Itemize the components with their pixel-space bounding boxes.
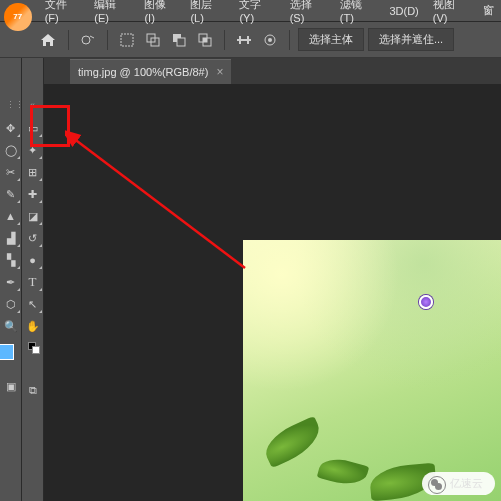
select-subject-button[interactable]: 选择主体 <box>298 28 364 51</box>
quickmask-tool[interactable]: ▣ <box>1 376 21 396</box>
svg-point-0 <box>82 36 90 44</box>
toolbox-col-1: ⋮⋮ ✥ ◯ ✂ ✎ ▲ ▟ ▚ ✒ ⬡ 🔍 ▣ <box>0 58 22 501</box>
hand-tool[interactable]: ✋ <box>23 316 43 336</box>
eraser-tool[interactable]: ◪ <box>23 206 43 226</box>
healing-tool[interactable]: ✚ <box>23 184 43 204</box>
canvas-area: timg.jpg @ 100%(RGB/8#) × 春 <box>44 58 501 501</box>
stamp-tool[interactable]: ▟ <box>1 228 21 248</box>
shape-tool[interactable]: ⬡ <box>1 294 21 314</box>
svg-rect-10 <box>239 36 241 44</box>
tab-title: timg.jpg @ 100%(RGB/8#) <box>78 66 208 78</box>
close-icon[interactable]: × <box>216 65 223 79</box>
menu-view[interactable]: 视图(V) <box>426 0 476 27</box>
watermark: 亿速云 <box>422 472 495 495</box>
watermark-text: 亿速云 <box>450 477 483 489</box>
artwork-leaf <box>317 454 370 490</box>
intersect-selection-icon[interactable] <box>194 29 216 51</box>
marquee-tool[interactable]: ▭ <box>23 118 43 138</box>
menu-layer[interactable]: 图层(L) <box>183 0 232 27</box>
brush-tool[interactable]: ▲ <box>1 206 21 226</box>
menu-select[interactable]: 选择(S) <box>283 0 333 27</box>
separator <box>289 30 290 50</box>
path-select-tool[interactable]: ↖ <box>23 294 43 314</box>
workspace: ⋮⋮ ✥ ◯ ✂ ✎ ▲ ▟ ▚ ✒ ⬡ 🔍 ▣ « ▭ ✦ ⊞ ✚ ◪ ↺ ●… <box>0 58 501 501</box>
subtract-selection-icon[interactable] <box>168 29 190 51</box>
toolbox-col-2: « ▭ ✦ ⊞ ✚ ◪ ↺ ● T ↖ ✋ ⧉ <box>22 58 44 501</box>
add-selection-icon[interactable] <box>142 29 164 51</box>
document-view[interactable]: 春 <box>44 84 501 501</box>
document-tabbar: timg.jpg @ 100%(RGB/8#) × <box>44 58 501 84</box>
home-icon[interactable] <box>36 28 60 52</box>
foreground-color[interactable] <box>0 344 14 360</box>
enhance-edge-icon[interactable] <box>259 29 281 51</box>
color-swatches[interactable] <box>0 344 24 372</box>
crop-tool[interactable]: ✂ <box>1 162 21 182</box>
document-tab[interactable]: timg.jpg @ 100%(RGB/8#) × <box>70 59 231 84</box>
app-icon: 77 <box>4 3 32 31</box>
artwork-flower <box>419 295 433 309</box>
select-and-mask-button[interactable]: 选择并遮住... <box>368 28 454 51</box>
menu-bar: 77 文件(F) 编辑(E) 图像(I) 图层(L) 文字(Y) 选择(S) 滤… <box>0 0 501 22</box>
menu-edit[interactable]: 编辑(E) <box>87 0 137 27</box>
separator <box>224 30 225 50</box>
toolbox-collapse[interactable]: « <box>28 100 38 110</box>
eyedropper-tool[interactable]: ✎ <box>1 184 21 204</box>
menu-type[interactable]: 文字(Y) <box>232 0 282 27</box>
menu-window[interactable]: 窗 <box>476 0 501 21</box>
history-brush-tool[interactable]: ↺ <box>23 228 43 248</box>
quick-select-tool[interactable]: ✦ <box>23 140 43 160</box>
options-bar: 选择主体 选择并遮住... <box>0 22 501 58</box>
artwork-leaf <box>259 416 326 469</box>
screenmode-tool[interactable]: ⧉ <box>23 380 43 400</box>
new-selection-icon[interactable] <box>116 29 138 51</box>
canvas-artwork: 春 <box>243 240 501 501</box>
gradient-tool[interactable]: ▚ <box>1 250 21 270</box>
zoom-tool[interactable]: 🔍 <box>1 316 21 336</box>
menu-3d[interactable]: 3D(D) <box>382 2 425 20</box>
type-tool[interactable]: T <box>23 272 43 292</box>
default-colors-icon[interactable] <box>28 342 38 352</box>
separator <box>107 30 108 50</box>
pen-tool[interactable]: ✒ <box>1 272 21 292</box>
svg-rect-5 <box>177 38 185 46</box>
separator <box>68 30 69 50</box>
svg-rect-1 <box>121 34 133 46</box>
svg-rect-11 <box>247 36 249 44</box>
move-tool[interactable]: ✥ <box>1 118 21 138</box>
svg-rect-8 <box>203 38 207 42</box>
toolbox-grip[interactable]: ⋮⋮ <box>6 100 16 110</box>
sample-all-layers-icon[interactable] <box>233 29 255 51</box>
menu-file[interactable]: 文件(F) <box>38 0 88 27</box>
menu-image[interactable]: 图像(I) <box>137 0 183 27</box>
lasso-tool[interactable]: ◯ <box>1 140 21 160</box>
frame-tool[interactable]: ⊞ <box>23 162 43 182</box>
menu-filter[interactable]: 滤镜(T) <box>333 0 383 27</box>
dodge-tool[interactable]: ● <box>23 250 43 270</box>
tool-preset-icon[interactable] <box>77 29 99 51</box>
svg-point-13 <box>268 38 272 42</box>
